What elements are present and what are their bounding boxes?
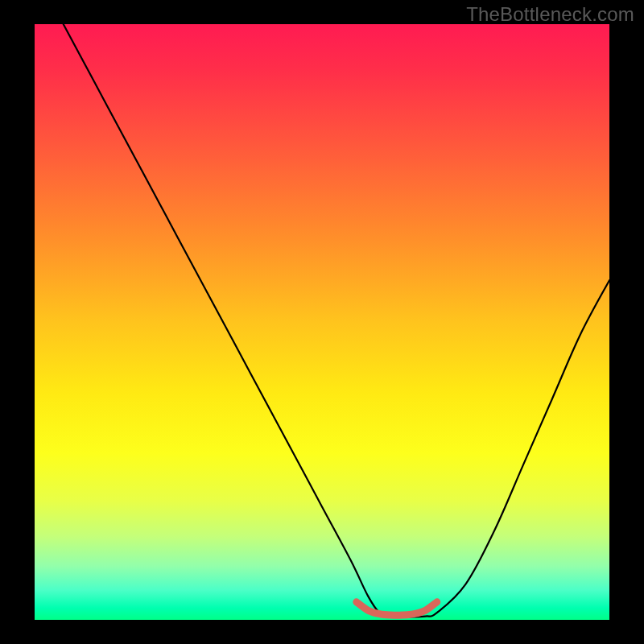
min-band xyxy=(357,602,437,615)
bottleneck-curve xyxy=(64,24,609,617)
curve-layer xyxy=(35,24,609,620)
plot-area xyxy=(35,24,609,620)
watermark-text: TheBottleneck.com xyxy=(466,3,634,26)
chart-frame: TheBottleneck.com xyxy=(0,0,644,644)
